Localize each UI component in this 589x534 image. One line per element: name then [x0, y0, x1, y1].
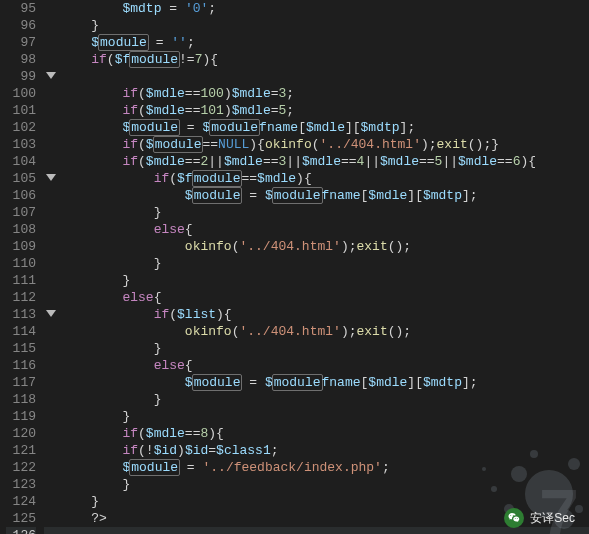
line-number: 113	[6, 306, 36, 323]
line-number: 101	[6, 102, 36, 119]
fold-spacer	[44, 323, 60, 340]
line-number: 120	[6, 425, 36, 442]
line-number: 99	[6, 68, 36, 85]
code-line[interactable]: else{	[60, 289, 589, 306]
code-line[interactable]: if($fmodule!=7){	[60, 51, 589, 68]
fold-spacer	[44, 187, 60, 204]
fold-spacer	[44, 0, 60, 17]
line-number: 117	[6, 374, 36, 391]
code-line[interactable]: else{	[60, 221, 589, 238]
line-number: 105	[6, 170, 36, 187]
fold-spacer	[44, 238, 60, 255]
fold-toggle-icon[interactable]	[44, 170, 60, 187]
code-line[interactable]: if($mdle==101)$mdle=5;	[60, 102, 589, 119]
line-number: 100	[6, 85, 36, 102]
code-line[interactable]: if($mdle==2||$mdle==3||$mdle==4||$mdle==…	[60, 153, 589, 170]
code-line[interactable]: $mdtp = '0';	[60, 0, 589, 17]
fold-spacer	[44, 459, 60, 476]
line-number: 108	[6, 221, 36, 238]
line-number: 104	[6, 153, 36, 170]
code-line[interactable]: if(!$id)$id=$class1;	[60, 442, 589, 459]
code-line[interactable]: }	[60, 476, 589, 493]
fold-spacer	[44, 255, 60, 272]
code-line[interactable]: if($fmodule==$mdle){	[60, 170, 589, 187]
fold-spacer	[44, 204, 60, 221]
fold-spacer	[44, 476, 60, 493]
line-number: 115	[6, 340, 36, 357]
line-number: 112	[6, 289, 36, 306]
fold-spacer	[44, 340, 60, 357]
code-line[interactable]: }	[60, 391, 589, 408]
line-number: 122	[6, 459, 36, 476]
fold-spacer	[44, 527, 60, 534]
fold-spacer	[44, 493, 60, 510]
code-line[interactable]: $module = $modulefname[$mdle][$mdtp];	[60, 187, 589, 204]
code-line[interactable]: $module = '../feedback/index.php';	[60, 459, 589, 476]
footer-label: 安译Sec	[530, 510, 575, 527]
code-line[interactable]: if($module==NULL){okinfo('../404.html');…	[60, 136, 589, 153]
code-line[interactable]: $module = $modulefname[$mdle][$mdtp];	[60, 119, 589, 136]
code-line[interactable]: if($mdle==100)$mdle=3;	[60, 85, 589, 102]
fold-toggle-icon[interactable]	[44, 306, 60, 323]
fold-column[interactable]	[44, 0, 60, 534]
fold-spacer	[44, 442, 60, 459]
code-line[interactable]: if($list){	[60, 306, 589, 323]
fold-spacer	[44, 119, 60, 136]
line-number: 125	[6, 510, 36, 527]
code-line[interactable]	[60, 527, 589, 534]
wechat-icon	[504, 508, 524, 528]
fold-spacer	[44, 289, 60, 306]
code-line[interactable]: }	[60, 255, 589, 272]
code-line[interactable]: }	[60, 408, 589, 425]
line-number: 114	[6, 323, 36, 340]
fold-spacer	[44, 357, 60, 374]
line-number: 107	[6, 204, 36, 221]
fold-spacer	[44, 391, 60, 408]
line-number: 97	[6, 34, 36, 51]
fold-spacer	[44, 425, 60, 442]
line-number: 118	[6, 391, 36, 408]
code-line[interactable]: okinfo('../404.html');exit();	[60, 238, 589, 255]
line-number: 124	[6, 493, 36, 510]
line-number: 98	[6, 51, 36, 68]
line-number: 126	[6, 527, 36, 534]
code-line[interactable]: }	[60, 272, 589, 289]
fold-spacer	[44, 408, 60, 425]
code-line[interactable]: }	[60, 340, 589, 357]
fold-spacer	[44, 153, 60, 170]
fold-spacer	[44, 374, 60, 391]
line-number-gutter: 9596979899100101102103104105106107108109…	[0, 0, 44, 534]
fold-spacer	[44, 272, 60, 289]
fold-spacer	[44, 17, 60, 34]
line-number: 121	[6, 442, 36, 459]
code-area[interactable]: $mdtp = '0'; } $module = ''; if($fmodule…	[60, 0, 589, 534]
fold-spacer	[44, 136, 60, 153]
code-line[interactable]	[60, 68, 589, 85]
line-number: 119	[6, 408, 36, 425]
line-number: 123	[6, 476, 36, 493]
fold-spacer	[44, 34, 60, 51]
code-line[interactable]: okinfo('../404.html');exit();	[60, 323, 589, 340]
code-line[interactable]: }	[60, 17, 589, 34]
line-number: 106	[6, 187, 36, 204]
code-line[interactable]: $module = $modulefname[$mdle][$mdtp];	[60, 374, 589, 391]
line-number: 116	[6, 357, 36, 374]
code-line[interactable]: }	[60, 204, 589, 221]
fold-spacer	[44, 102, 60, 119]
code-line[interactable]: if($mdle==8){	[60, 425, 589, 442]
line-number: 96	[6, 17, 36, 34]
fold-spacer	[44, 85, 60, 102]
fold-toggle-icon[interactable]	[44, 68, 60, 85]
code-editor[interactable]: 9596979899100101102103104105106107108109…	[0, 0, 589, 534]
line-number: 111	[6, 272, 36, 289]
line-number: 95	[6, 0, 36, 17]
fold-spacer	[44, 510, 60, 527]
footer-badge: 安译Sec	[504, 508, 575, 528]
fold-spacer	[44, 51, 60, 68]
fold-spacer	[44, 221, 60, 238]
line-number: 102	[6, 119, 36, 136]
line-number: 109	[6, 238, 36, 255]
code-line[interactable]: else{	[60, 357, 589, 374]
code-line[interactable]: $module = '';	[60, 34, 589, 51]
line-number: 103	[6, 136, 36, 153]
